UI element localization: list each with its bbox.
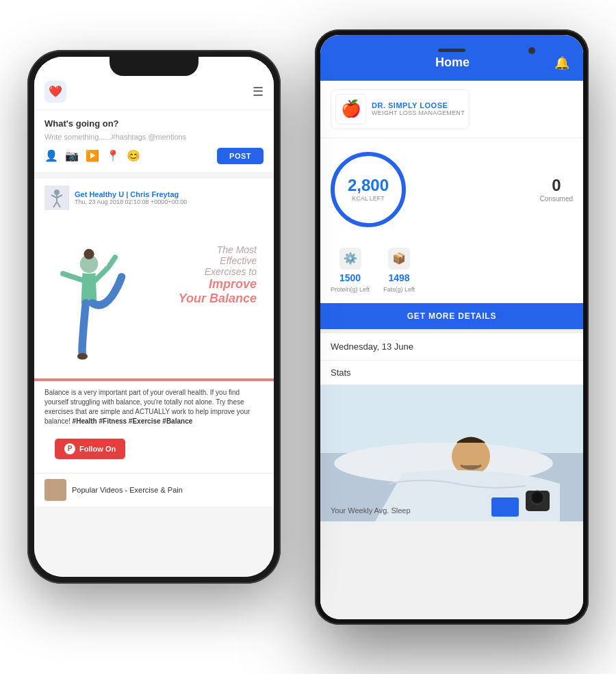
bottom-title[interactable]: Popular Videos - Exercise & Pain <box>72 486 183 494</box>
location-icon[interactable]: 📍 <box>106 149 120 162</box>
post-underline <box>34 378 274 381</box>
post-meta: Get Healthy U | Chris Freytag Thu, 23 Au… <box>75 190 187 205</box>
post-image: The Most Effective Exercises to Improve … <box>34 217 274 381</box>
phone2-title: Home <box>435 55 470 70</box>
doctor-logo: 🍎 <box>335 94 366 125</box>
post-image-text: The Most Effective Exercises to Improve … <box>179 244 257 306</box>
post-author[interactable]: Get Healthy U | Chris Freytag <box>75 190 187 198</box>
consumed-label: Consumed <box>540 195 573 203</box>
phone1-device: ❤️ ☰ What's going on? Write something...… <box>27 50 281 584</box>
svg-point-9 <box>77 353 88 360</box>
phone1-notch <box>110 57 198 76</box>
consumed-number: 0 <box>540 176 573 195</box>
doctor-subtitle: WEIGHT LOSS MANAGEMENT <box>372 109 465 116</box>
doctor-card: 🍎 DR. SIMPLY LOOSE WEIGHT LOSS MANAGEMEN… <box>320 81 583 138</box>
svg-point-1 <box>54 190 60 195</box>
heart-icon: ❤️ <box>49 85 62 98</box>
protein-number: 1500 <box>339 272 361 283</box>
yoga-text-line1: The Most <box>179 244 257 255</box>
consumed-section: 0 Consumed <box>540 176 573 203</box>
post-body: Balance is a very important part of your… <box>34 381 274 433</box>
bottom-item: Popular Videos - Exercise & Pain <box>34 473 274 506</box>
phone2-device: Home 🔔 🍎 DR. SIMPLY LOOSE WEIGHT LOSS MA… <box>315 29 589 625</box>
bottom-thumb <box>44 479 66 501</box>
composer-toolbar: 👤 📷 ▶️ 📍 😊 POST <box>44 148 264 164</box>
calorie-section: 2,800 KCAL LEFT 0 Consumed <box>320 138 583 241</box>
phone2-header: Home 🔔 <box>320 35 583 81</box>
composer-input[interactable]: Write something......#hashtags @mentions <box>44 133 264 141</box>
protein-icon: ⚙️ <box>339 248 361 270</box>
post-button[interactable]: POST <box>217 148 264 164</box>
calorie-circle-container: 2,800 KCAL LEFT <box>331 152 406 227</box>
video-icon[interactable]: ▶️ <box>86 149 99 162</box>
calorie-circle: 2,800 KCAL LEFT <box>331 152 406 227</box>
fats-label: Fats(g) Left <box>383 286 415 293</box>
svg-point-8 <box>84 248 94 259</box>
sleep-label: Your Weekly Avg. Sleep <box>331 506 411 515</box>
protein-label: Protein(g) Left <box>331 286 370 293</box>
phone2-camera <box>528 47 535 54</box>
app-logo: ❤️ <box>44 81 66 103</box>
add-friend-icon[interactable]: 👤 <box>44 149 58 162</box>
protein-stat: ⚙️ 1500 Protein(g) Left <box>331 248 370 293</box>
phone2-speaker <box>438 49 465 52</box>
fats-icon: 📦 <box>388 248 410 270</box>
calorie-label: KCAL LEFT <box>352 195 385 202</box>
photo-icon[interactable]: 📷 <box>65 149 79 162</box>
date-section: Wednesday, 13 June <box>320 333 583 361</box>
svg-rect-18 <box>491 497 519 517</box>
post-hashtags[interactable]: #Health #Fitness #Exercise #Balance <box>73 417 193 425</box>
emoji-icon[interactable]: 😊 <box>127 149 140 162</box>
composer-title: What's going on? <box>44 118 264 129</box>
yoga-text-line3: Exercises to <box>179 266 257 277</box>
post-composer: What's going on? Write something......#h… <box>34 110 274 173</box>
bell-icon[interactable]: 🔔 <box>554 55 569 70</box>
doctor-name: DR. SIMPLY LOOSE <box>372 101 465 109</box>
stats-row: ⚙️ 1500 Protein(g) Left 📦 1498 Fats(g) L… <box>320 241 583 303</box>
fats-stat: 📦 1498 Fats(g) Left <box>383 248 415 293</box>
sleep-image: Your Weekly Avg. Sleep <box>320 385 583 521</box>
yoga-text-line2: Effective <box>179 255 257 266</box>
section-title: Stats <box>320 361 583 385</box>
fats-number: 1498 <box>388 272 409 283</box>
pinterest-icon: P <box>64 443 75 454</box>
yoga-text-line4: Improve <box>179 277 257 291</box>
follow-on-button[interactable]: P Follow On <box>55 439 125 459</box>
post-avatar <box>44 185 69 210</box>
svg-point-17 <box>532 493 542 502</box>
menu-icon[interactable]: ☰ <box>253 84 264 99</box>
post-date: Thu, 23 Aug 2018 02:10:08 +0000+00:00 <box>75 198 187 205</box>
doctor-info: DR. SIMPLY LOOSE WEIGHT LOSS MANAGEMENT <box>372 101 465 116</box>
details-button[interactable]: GET MORE DETAILS <box>320 303 583 329</box>
yoga-text-line5: Your Balance <box>179 291 257 306</box>
post-header: Get Healthy U | Chris Freytag Thu, 23 Au… <box>34 179 274 217</box>
feed-post: Get Healthy U | Chris Freytag Thu, 23 Au… <box>34 179 274 473</box>
composer-icons: 👤 📷 ▶️ 📍 😊 <box>44 149 140 162</box>
calorie-number: 2,800 <box>348 177 389 194</box>
